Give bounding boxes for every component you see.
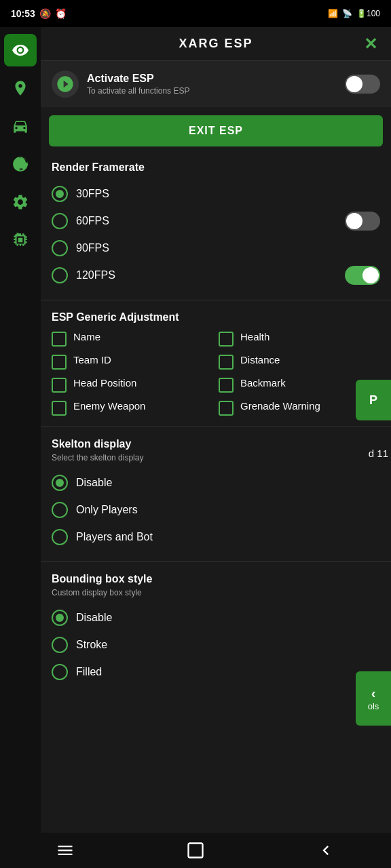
radio-skelton-disable[interactable]: Disable (52, 469, 380, 496)
toggle-120fps[interactable] (345, 266, 380, 285)
sidebar-item-location[interactable] (4, 72, 37, 104)
fps-row-90: 90FPS (52, 235, 380, 262)
header: XARG ESP ✕ (41, 27, 391, 61)
esp-icon (52, 71, 79, 98)
radio-skelton-only-players[interactable]: Only Players (52, 496, 380, 524)
bounding-box-sub: Custom display box style (52, 588, 380, 597)
checkbox-head-position[interactable]: Head Position (52, 376, 213, 393)
menu-icon (56, 841, 75, 860)
checkbox-label-head-position: Head Position (73, 376, 136, 390)
checkbox-name[interactable]: Name (52, 330, 213, 347)
right-panel-tools-label: ols (368, 701, 379, 711)
radio-circle-bbox-filled (52, 664, 68, 680)
radio-circle-skelton-players-bot (52, 529, 68, 545)
signal-icon: 📶 (328, 9, 338, 18)
checkbox-teamid[interactable]: Team ID (52, 353, 213, 370)
location-icon (12, 79, 29, 97)
checkbox-box-grenade-warning (219, 401, 234, 416)
sidebar-item-eye[interactable] (4, 34, 37, 66)
checkbox-label-name: Name (73, 330, 100, 344)
radio-bbox-filled[interactable]: Filled (52, 658, 380, 686)
right-panel-tools[interactable]: ‹ ols (356, 671, 391, 726)
radio-label-60fps: 60FPS (76, 215, 109, 227)
checkbox-label-distance: Distance (240, 353, 280, 367)
checkbox-box-enemy-weapon (52, 401, 67, 416)
toggle-knob (346, 76, 362, 92)
right-panel-p[interactable]: P (356, 380, 391, 420)
fps-row-30: 30FPS (52, 180, 380, 208)
bottom-nav (0, 833, 391, 868)
radio-label-skelton-players-bot: Players and Bot (76, 531, 153, 543)
right-partial-text: d 11 (369, 448, 388, 459)
radio-bbox-disable[interactable]: Disable (52, 604, 380, 631)
checkbox-distance[interactable]: Distance (219, 353, 380, 370)
checkbox-box-health (219, 332, 234, 347)
radio-label-90fps: 90FPS (76, 242, 109, 254)
sidebar-item-crosshair[interactable] (4, 148, 37, 180)
bottom-nav-home[interactable] (175, 837, 216, 864)
esp-generic-section: ESP Generic Adjustment Name Health Team … (41, 304, 391, 422)
radio-120fps[interactable]: 120FPS (52, 262, 345, 289)
divider-2 (41, 427, 391, 427)
battery-icon: 🔋100 (356, 9, 380, 18)
alarm-icon: ⏰ (55, 8, 67, 19)
checkbox-label-teamid: Team ID (73, 353, 111, 367)
radio-label-bbox-filled: Filled (76, 666, 102, 678)
radio-label-skelton-only-players: Only Players (76, 504, 138, 516)
esp-activate-title: Activate ESP (87, 73, 337, 85)
radio-circle-90fps (52, 240, 68, 256)
radio-label-bbox-disable: Disable (76, 612, 112, 624)
radio-circle-60fps (52, 213, 68, 229)
skelton-display-title: Skelton display (52, 438, 380, 450)
activate-esp-row: Activate ESP To activate all functions E… (41, 61, 391, 107)
toggle-knob-60fps (346, 213, 362, 229)
radio-30fps[interactable]: 30FPS (52, 180, 380, 208)
sidebar-item-chip[interactable] (4, 224, 37, 256)
bounding-box-title: Bounding box style (52, 573, 380, 585)
toggle-knob-120fps (362, 267, 379, 283)
skelton-display-sub: Select the skelton display (52, 453, 380, 462)
checkbox-label-health: Health (240, 330, 269, 344)
sidebar-item-car[interactable] (4, 110, 37, 142)
radio-circle-bbox-disable (52, 610, 68, 626)
checkbox-label-enemy-weapon: Enemy Weapon (73, 399, 145, 413)
eye-icon (12, 41, 29, 59)
sidebar-item-settings[interactable] (4, 186, 37, 218)
render-framerate-section: Render Framerate 30FPS 60FPS 90FPS (41, 155, 391, 296)
checkbox-enemy-weapon[interactable]: Enemy Weapon (52, 399, 213, 416)
exit-esp-button[interactable]: EXIT ESP (49, 115, 383, 146)
checkbox-health[interactable]: Health (219, 330, 380, 347)
header-title: XARG ESP (179, 37, 253, 51)
render-framerate-title: Render Framerate (52, 161, 380, 174)
divider-1 (41, 300, 391, 300)
home-icon (186, 841, 205, 860)
checkbox-box-teamid (52, 355, 67, 370)
fps-row-120: 120FPS (52, 262, 380, 289)
esp-text: Activate ESP To activate all functions E… (87, 73, 337, 96)
bottom-nav-menu[interactable] (45, 837, 86, 864)
car-icon (12, 117, 29, 135)
radio-90fps[interactable]: 90FPS (52, 235, 380, 262)
checkbox-box-name (52, 332, 67, 347)
esp-generic-title: ESP Generic Adjustment (52, 311, 380, 323)
wifi-icon: 📡 (342, 9, 352, 18)
divider-3 (41, 561, 391, 562)
bottom-nav-back[interactable] (305, 837, 346, 864)
checkbox-box-backmark (219, 378, 234, 393)
sidebar (0, 27, 41, 841)
close-button[interactable]: ✕ (364, 35, 377, 54)
crosshair-icon (12, 155, 29, 173)
toggle-60fps[interactable] (345, 212, 380, 231)
radio-label-120fps: 120FPS (76, 269, 115, 281)
radio-circle-skelton-disable (52, 475, 68, 491)
main-content: XARG ESP ✕ Activate ESP To activate all … (41, 27, 391, 868)
checkbox-box-distance (219, 355, 234, 370)
right-panel-chevron: ‹ (371, 686, 376, 701)
radio-60fps[interactable]: 60FPS (52, 208, 345, 235)
right-panel-p-label: P (369, 393, 377, 408)
radio-bbox-stroke[interactable]: Stroke (52, 631, 380, 658)
radio-skelton-players-bot[interactable]: Players and Bot (52, 524, 380, 551)
activate-esp-toggle[interactable] (345, 75, 380, 94)
radio-circle-120fps (52, 267, 68, 283)
time: 10:53 (11, 8, 35, 19)
